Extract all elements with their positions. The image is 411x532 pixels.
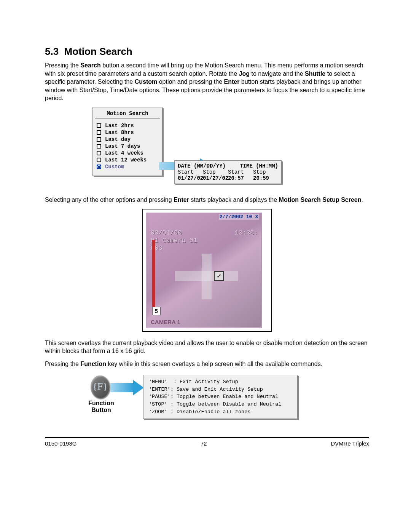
footer-left: 0150-0193G — [45, 440, 76, 447]
function-button-diagram: {F} Function Button 'MENU' : Exit Activi… — [45, 372, 369, 422]
menu-item-custom[interactable]: Custom — [95, 163, 160, 170]
date-time-box: DATE (MM/DD/YY) TIME (HH:MM) Start Stop … — [174, 160, 282, 184]
page-footer: 0150-0193G 72 DVMRe Triplex — [45, 440, 369, 447]
checkbox-icon — [97, 151, 101, 155]
menu-item[interactable]: Last 12 weeks — [95, 157, 160, 163]
menu-item[interactable]: Last 7 days — [95, 143, 160, 150]
checkbox-icon — [97, 158, 101, 162]
motion-search-diagram: Motion Search Last 2hrs Last 8hrs Last d… — [45, 107, 369, 189]
timestamp-overlay: 2/7/2002 10 3 — [219, 214, 259, 220]
paragraph-2: Selecting any of the other options and p… — [45, 196, 369, 204]
menu-item[interactable]: Last day — [95, 136, 160, 143]
section-heading: 5.3 Motion Search — [45, 46, 369, 58]
function-button-icon[interactable]: {F} — [91, 375, 110, 398]
marker-bar — [152, 240, 155, 312]
footer-right: DVMRe Triplex — [331, 440, 369, 447]
camera-screenshot: 2/7/2002 10 3 03/01/00 01 Camera 01 003 … — [142, 209, 272, 332]
paragraph-1: Pressing the Search button a second time… — [45, 61, 369, 102]
osd-time: 13:38: — [235, 229, 258, 236]
paragraph-3: This screen overlays the current playbac… — [45, 339, 369, 355]
checkbox-icon — [97, 144, 101, 149]
menu-item[interactable]: Last 4 weeks — [95, 150, 160, 157]
menu-item[interactable]: Last 2hrs — [95, 122, 160, 129]
counter-box: 5 — [152, 307, 161, 315]
menu-item[interactable]: Last 8hrs — [95, 129, 160, 136]
motion-search-menu: Motion Search Last 2hrs Last 8hrs Last d… — [92, 107, 162, 176]
footer-divider — [45, 437, 369, 438]
checkbox-icon — [97, 123, 101, 128]
checkbox-checked-icon — [97, 165, 101, 169]
check-icon: ✓ — [214, 271, 224, 281]
checkbox-icon — [97, 130, 101, 135]
checkbox-icon — [97, 137, 101, 142]
help-overlay-box: 'MENU' : Exit Activity Setup 'ENTER': Sa… — [143, 375, 298, 419]
camera-label: CAMERA 1 — [151, 319, 180, 325]
function-button-label: Function Button — [86, 400, 116, 414]
grid-overlay-h — [175, 271, 238, 281]
paragraph-4: Pressing the Function key while in this … — [45, 360, 369, 368]
footer-page-number: 72 — [201, 440, 207, 447]
osd-overlay: 03/01/00 01 Camera 01 003 — [151, 229, 197, 252]
motion-search-menu-title: Motion Search — [95, 110, 160, 118]
